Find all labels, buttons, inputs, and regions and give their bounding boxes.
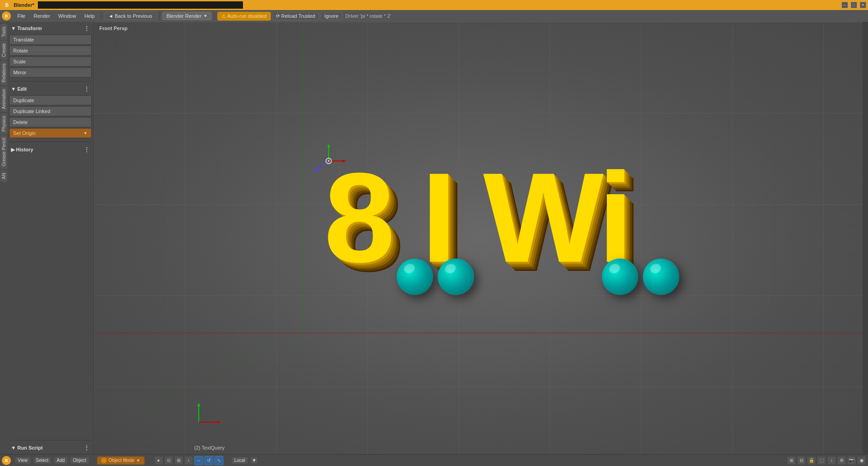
viewport-scrollbar-right[interactable] — [863, 22, 868, 454]
left-panel: ▼ Transform ⋮ Translate Rotate Scale Mir… — [7, 22, 94, 454]
transform-dots-menu[interactable]: ⋮ — [83, 25, 90, 32]
tab-relations[interactable]: Relations — [0, 61, 7, 85]
title-input[interactable] — [38, 1, 243, 9]
bottom-bar: B View Select Add Object Object Mode ▼ ●… — [0, 454, 868, 466]
bottom-sep-1 — [93, 456, 93, 465]
set-origin-button[interactable]: Set Origin ▼ — [9, 128, 92, 138]
menu-window[interactable]: Window — [55, 12, 80, 20]
bottom-sep-3 — [227, 456, 227, 465]
viewport[interactable]: Front Persp 8 I Wi — [94, 22, 868, 454]
run-script-dots-menu[interactable]: ⋮ — [83, 444, 90, 451]
axes-indicator — [194, 399, 222, 427]
delete-button[interactable]: Delete — [9, 117, 92, 127]
svg-marker-16 — [217, 421, 221, 424]
title-text: Blender* — [14, 2, 34, 8]
sphere-4 — [643, 259, 679, 295]
section-divider-1 — [9, 81, 92, 82]
rotate-icon[interactable]: ↺ — [204, 456, 213, 465]
local-global-button[interactable]: Local — [231, 456, 248, 464]
tab-grease-pencil[interactable]: Grease Pencil — [0, 135, 7, 169]
left-tabs: Tools Create Relations Animation Physics… — [0, 22, 7, 454]
translate-button[interactable]: Translate — [9, 35, 92, 45]
edit-label: ▼ Edit — [11, 86, 27, 92]
view-layers-2-icon[interactable]: ⊟ — [797, 456, 806, 465]
menu-file[interactable]: File — [14, 12, 29, 20]
render-engine-button[interactable]: Blender Render ▼ — [162, 12, 212, 20]
edit-dots-menu[interactable]: ⋮ — [83, 85, 90, 93]
transform-section-header[interactable]: ▼ Transform ⋮ — [9, 24, 92, 33]
history-label: ▶ History — [11, 147, 33, 153]
menu-render[interactable]: Render — [30, 12, 54, 20]
sphere-3 — [602, 259, 638, 295]
run-script-section-header[interactable]: ▼ Run Script ⋮ — [9, 443, 92, 452]
viewport-background: Front Persp 8 I Wi — [94, 22, 868, 454]
auto-run-disabled-button[interactable]: ⚠ Auto-run disabled — [217, 12, 271, 21]
driver-text: Driver 'pi * rotate * 2' — [346, 13, 391, 19]
proportional-icon[interactable]: ⊙ — [164, 456, 173, 465]
ignore-button[interactable]: Ignore — [320, 12, 342, 20]
separator-3 — [214, 12, 215, 20]
mirror-button[interactable]: Mirror — [9, 67, 92, 78]
main-layout: Tools Create Relations Animation Physics… — [0, 22, 868, 454]
local-global-dropdown[interactable]: ▼ — [250, 456, 258, 464]
sphere-2 — [438, 259, 474, 295]
edit-section-content: Duplicate Duplicate Linked Delete Set Or… — [9, 94, 92, 139]
tab-an[interactable]: AN — [0, 170, 7, 182]
bottom-view-button[interactable]: View — [15, 456, 31, 464]
blender-logo: B — [2, 0, 12, 10]
bottom-object-button[interactable]: Object — [70, 456, 89, 464]
scene-content: 8 I Wi — [94, 22, 868, 454]
bottom-sep-2 — [148, 456, 149, 465]
tab-tools[interactable]: Tools — [0, 24, 7, 40]
sphere-1 — [397, 259, 433, 295]
render-border-icon[interactable]: ⬚ — [817, 456, 826, 465]
svg-marker-15 — [197, 403, 200, 406]
back-to-previous-button[interactable]: ◄ Back to Previous — [104, 12, 156, 20]
history-dots-menu[interactable]: ⋮ — [83, 146, 90, 153]
duplicate-linked-button[interactable]: Duplicate Linked — [9, 106, 92, 116]
snap-icon[interactable]: ⊞ — [174, 456, 183, 465]
rotate-button[interactable]: Rotate — [9, 46, 92, 56]
viewport-settings-icon[interactable]: ⚙ — [837, 456, 846, 465]
tab-physics[interactable]: Physics — [0, 113, 7, 134]
scale-icon-btn[interactable]: ⤡ — [214, 456, 223, 465]
menu-bar: B File Render Window Help ◄ Back to Prev… — [0, 10, 868, 22]
history-section-header[interactable]: ▶ History ⋮ — [9, 145, 92, 154]
close-button[interactable]: ✕ — [860, 2, 866, 8]
bottom-logo: B — [2, 456, 11, 465]
section-divider-2 — [9, 142, 92, 142]
translate-icon[interactable]: ↔ — [194, 456, 203, 465]
lock-icon[interactable]: 🔒 — [807, 456, 816, 465]
bottom-select-button[interactable]: Select — [33, 456, 52, 464]
transform-label: ▼ Transform — [11, 26, 42, 31]
scale-button[interactable]: Scale — [9, 57, 92, 67]
menu-logo: B — [2, 11, 11, 21]
transform-section-content: Translate Rotate Scale Mirror — [9, 34, 92, 78]
separator-1 — [101, 12, 102, 20]
scene-status: (2) TextQuery — [194, 445, 224, 450]
section-divider-3 — [9, 440, 92, 440]
minimize-button[interactable]: ─ — [842, 2, 848, 8]
render-icon[interactable]: ◉ — [857, 456, 866, 465]
duplicate-button[interactable]: Duplicate — [9, 95, 92, 105]
reload-trusted-button[interactable]: ⟳ Reload Trusted — [272, 12, 320, 21]
3d-text: 8 I Wi — [324, 154, 629, 281]
viewport-shading-icon[interactable]: ● — [154, 456, 163, 465]
run-script-label: ▼ Run Script — [11, 445, 43, 450]
separator-2 — [159, 12, 160, 20]
view-layers-icon[interactable]: ⊞ — [787, 456, 796, 465]
manipulator-icon[interactable]: ↕ — [184, 456, 193, 465]
object-mode-button[interactable]: Object Mode ▼ — [97, 456, 145, 465]
bottom-icon-group-right: ⊞ ⊟ 🔒 ⬚ ↕ ⚙ 📷 ◉ — [787, 456, 866, 465]
window-controls: ─ □ ✕ — [842, 2, 866, 8]
edit-section-header[interactable]: ▼ Edit ⋮ — [9, 84, 92, 93]
tab-create[interactable]: Create — [0, 41, 7, 60]
mode-indicator — [101, 458, 107, 463]
camera-icon[interactable]: 📷 — [847, 456, 856, 465]
show-sync-icon[interactable]: ↕ — [827, 456, 836, 465]
maximize-button[interactable]: □ — [851, 2, 857, 8]
tab-animation[interactable]: Animation — [0, 86, 7, 112]
title-bar: B Blender* ─ □ ✕ — [0, 0, 868, 10]
bottom-add-button[interactable]: Add — [53, 456, 68, 464]
menu-help[interactable]: Help — [81, 12, 98, 20]
